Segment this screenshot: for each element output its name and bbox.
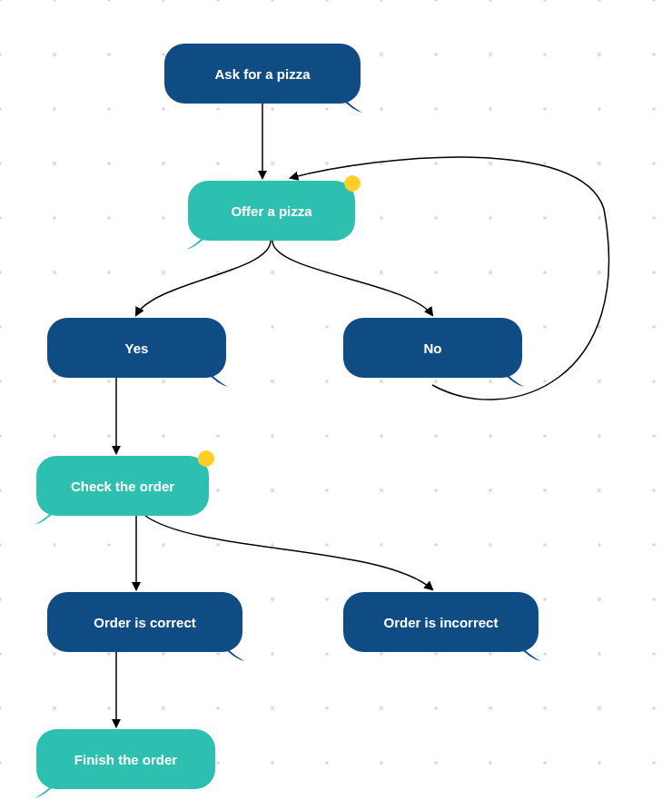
- node-label: Order is correct: [94, 615, 196, 630]
- node-ask-for-pizza[interactable]: Ask for a pizza: [164, 44, 361, 104]
- node-yes[interactable]: Yes: [47, 318, 226, 378]
- edge-offer-yes: [136, 241, 271, 315]
- warning-badge-icon: [198, 450, 214, 467]
- node-finish-order[interactable]: Finish the order: [36, 729, 215, 789]
- node-order-incorrect[interactable]: Order is incorrect: [343, 592, 539, 652]
- dot-grid-background: [0, 0, 672, 810]
- edge-check-incorrect: [145, 516, 432, 589]
- node-label: Ask for a pizza: [214, 66, 310, 82]
- node-check-order[interactable]: Check the order: [36, 456, 209, 516]
- warning-badge-icon: [344, 175, 361, 192]
- edge-offer-no: [272, 241, 432, 315]
- node-order-correct[interactable]: Order is correct: [47, 592, 242, 652]
- node-label: Order is incorrect: [384, 615, 499, 630]
- node-label: Offer a pizza: [231, 203, 311, 219]
- node-label: Yes: [125, 341, 149, 356]
- node-offer-pizza[interactable]: Offer a pizza: [188, 181, 355, 241]
- node-label: Check the order: [71, 479, 174, 494]
- connectors-layer: [0, 0, 672, 810]
- flow-canvas[interactable]: Ask for a pizza Offer a pizza Yes No Che…: [0, 0, 672, 810]
- node-no[interactable]: No: [343, 318, 522, 378]
- node-label: Finish the order: [74, 752, 177, 767]
- node-label: No: [424, 341, 442, 356]
